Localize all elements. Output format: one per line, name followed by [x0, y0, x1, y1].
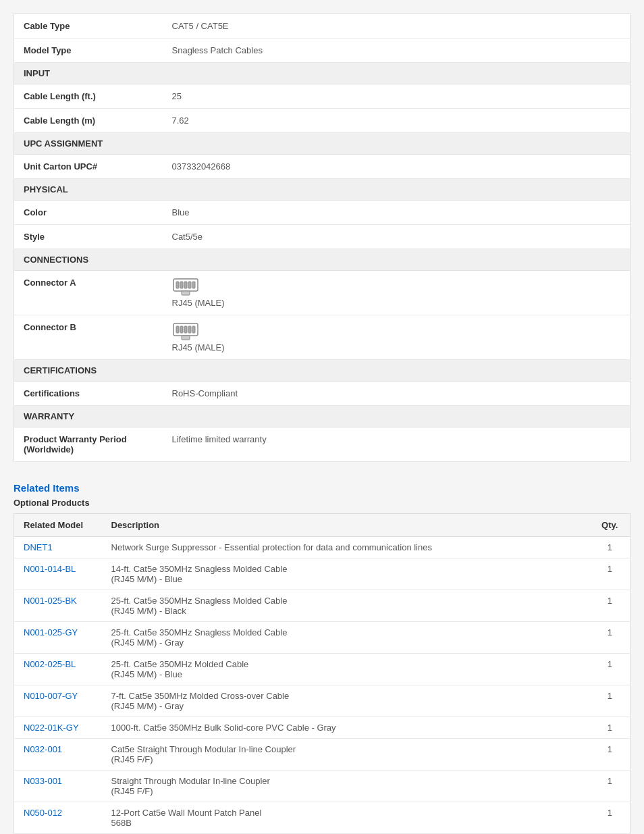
related-model[interactable]: N010-007-GY — [14, 685, 102, 717]
spec-value: 25 — [163, 84, 630, 109]
related-qty: 1 — [590, 590, 630, 622]
table-row: N033-001Straight Through Modular In-line… — [14, 771, 630, 802]
table-row: N001-014-BL14-ft. Cat5e 350MHz Snagless … — [14, 558, 630, 590]
spec-label: Cable Length (ft.) — [14, 84, 163, 109]
related-qty: 1 — [590, 654, 630, 685]
spec-value: Cat5/5e — [163, 225, 630, 249]
section-header: WARRANTY — [14, 406, 630, 427]
related-model[interactable]: N032-001 — [14, 739, 102, 771]
related-desc: Cat5e Straight Through Modular In-line C… — [102, 739, 590, 771]
model-link[interactable]: N001-025-GY — [24, 627, 78, 637]
model-link[interactable]: N050-012 — [24, 808, 62, 818]
connector-label: RJ45 (MALE) — [172, 298, 225, 308]
spec-label: Color — [14, 201, 163, 225]
model-link[interactable]: N032-001 — [24, 744, 62, 754]
optional-products-label: Optional Products — [14, 498, 630, 508]
spec-value: Snagless Patch Cables — [163, 38, 630, 63]
rj45-icon — [172, 278, 621, 296]
svg-rect-6 — [182, 291, 190, 295]
svg-rect-11 — [188, 326, 191, 333]
spec-label: Style — [14, 225, 163, 249]
related-items-section: Related Items Optional Products Related … — [14, 482, 630, 834]
svg-rect-10 — [184, 326, 187, 333]
related-qty: 1 — [590, 685, 630, 717]
section-header: PHYSICAL — [14, 179, 630, 201]
spec-label: Product Warranty Period (Worldwide) — [14, 427, 163, 462]
spec-value: 037332042668 — [163, 155, 630, 179]
connector-value: RJ45 (MALE) — [163, 315, 630, 360]
spec-label: Connector A — [14, 271, 163, 315]
svg-rect-5 — [192, 282, 195, 288]
related-desc: 7-ft. Cat5e 350MHz Molded Cross-over Cab… — [102, 685, 590, 717]
related-qty: 1 — [590, 717, 630, 739]
spec-value: Blue — [163, 201, 630, 225]
spec-label: Model Type — [14, 38, 163, 63]
svg-rect-8 — [176, 326, 179, 333]
svg-rect-9 — [180, 326, 183, 333]
related-desc: 25-ft. Cat5e 350MHz Snagless Molded Cabl… — [102, 590, 590, 622]
related-model[interactable]: N001-014-BL — [14, 558, 102, 590]
related-model[interactable]: N050-012 — [14, 802, 102, 834]
related-desc: 1000-ft. Cat5e 350MHz Bulk Solid-core PV… — [102, 717, 590, 739]
spec-label: Certifications — [14, 382, 163, 406]
related-desc: 12-Port Cat5e Wall Mount Patch Panel 568… — [102, 802, 590, 834]
table-row: N010-007-GY7-ft. Cat5e 350MHz Molded Cro… — [14, 685, 630, 717]
related-qty: 1 — [590, 802, 630, 834]
related-model[interactable]: DNET1 — [14, 537, 102, 558]
related-desc: Straight Through Modular In-line Coupler… — [102, 771, 590, 802]
svg-rect-1 — [176, 282, 179, 288]
col-header-desc: Description — [102, 514, 590, 537]
model-link[interactable]: N002-025-BL — [24, 659, 76, 669]
model-link[interactable]: N010-007-GY — [24, 691, 78, 701]
model-link[interactable]: N001-014-BL — [24, 564, 76, 574]
table-row: N002-025-BL25-ft. Cat5e 350MHz Molded Ca… — [14, 654, 630, 685]
section-header: INPUT — [14, 63, 630, 84]
model-link[interactable]: N022-01K-GY — [24, 723, 79, 733]
spec-label: Cable Length (m) — [14, 109, 163, 133]
table-row: N022-01K-GY1000-ft. Cat5e 350MHz Bulk So… — [14, 717, 630, 739]
specs-table: Cable TypeCAT5 / CAT5EModel TypeSnagless… — [14, 14, 630, 462]
related-model[interactable]: N001-025-GY — [14, 622, 102, 654]
connector-label: RJ45 (MALE) — [172, 342, 225, 353]
model-link[interactable]: DNET1 — [24, 542, 53, 552]
col-header-model: Related Model — [14, 514, 102, 537]
related-model[interactable]: N033-001 — [14, 771, 102, 802]
related-desc: 14-ft. Cat5e 350MHz Snagless Molded Cabl… — [102, 558, 590, 590]
related-qty: 1 — [590, 739, 630, 771]
spec-value: CAT5 / CAT5E — [163, 14, 630, 38]
model-link[interactable]: N033-001 — [24, 776, 62, 786]
related-qty: 1 — [590, 558, 630, 590]
spec-value: Lifetime limited warranty — [163, 427, 630, 462]
table-row: N050-01212-Port Cat5e Wall Mount Patch P… — [14, 802, 630, 834]
section-header: UPC ASSIGNMENT — [14, 133, 630, 155]
table-row: N032-001Cat5e Straight Through Modular I… — [14, 739, 630, 771]
related-model[interactable]: N002-025-BL — [14, 654, 102, 685]
related-desc: 25-ft. Cat5e 350MHz Snagless Molded Cabl… — [102, 622, 590, 654]
spec-label: Unit Carton UPC# — [14, 155, 163, 179]
table-row: DNET1Network Surge Suppressor - Essentia… — [14, 537, 630, 558]
model-link[interactable]: N001-025-BK — [24, 596, 77, 606]
table-row: N001-025-GY25-ft. Cat5e 350MHz Snagless … — [14, 622, 630, 654]
related-qty: 1 — [590, 537, 630, 558]
related-table: Related Model Description Qty. DNET1Netw… — [14, 513, 630, 834]
section-header: CONNECTIONS — [14, 249, 630, 271]
svg-rect-12 — [192, 326, 195, 333]
connector-value: RJ45 (MALE) — [163, 271, 630, 315]
table-row: N001-025-BK25-ft. Cat5e 350MHz Snagless … — [14, 590, 630, 622]
related-desc: Network Surge Suppressor - Essential pro… — [102, 537, 590, 558]
svg-rect-4 — [188, 282, 191, 288]
related-items-title: Related Items — [14, 482, 630, 494]
related-model[interactable]: N022-01K-GY — [14, 717, 102, 739]
section-header: CERTIFICATIONS — [14, 360, 630, 382]
related-model[interactable]: N001-025-BK — [14, 590, 102, 622]
spec-label: Cable Type — [14, 14, 163, 38]
spec-label: Connector B — [14, 315, 163, 360]
svg-rect-2 — [180, 282, 183, 288]
svg-rect-13 — [182, 336, 190, 340]
col-header-qty: Qty. — [590, 514, 630, 537]
svg-rect-3 — [184, 282, 187, 288]
spec-value: RoHS-Compliant — [163, 382, 630, 406]
spec-value: 7.62 — [163, 109, 630, 133]
related-qty: 1 — [590, 622, 630, 654]
rj45-icon — [172, 322, 621, 341]
